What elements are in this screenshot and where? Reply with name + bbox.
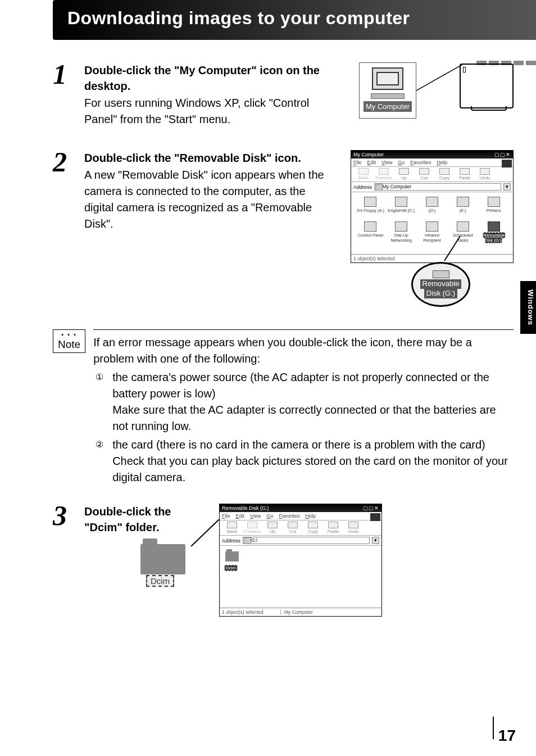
step-number: 3 — [53, 504, 73, 528]
status-bar: 1 object(s) selected — [351, 254, 513, 262]
step-3-instruction: Double-click the "Dcim" folder. — [84, 504, 197, 535]
icon-label: My Computer — [364, 101, 412, 112]
windows-logo-icon — [502, 160, 512, 168]
step-2: 2 Double-click the "Removable Disk" icon… — [53, 150, 514, 307]
folder-label: Dcim — [146, 575, 174, 587]
note-intro: If an error message appears when you dou… — [93, 334, 514, 367]
window-toolbar: Back Forward Up Cut Copy Paste Undo — [220, 520, 381, 536]
callout-line — [416, 64, 462, 92]
note-item-2: ② the card (there is no card in the came… — [93, 437, 514, 486]
page-title: Downloading images to your computer — [67, 8, 521, 29]
step-1-text: For users running Windows XP, click "Con… — [84, 95, 343, 128]
computer-icon — [372, 67, 403, 90]
figure-my-computer-icon: My Computer — [359, 62, 514, 119]
step-2-text: A new "Removable Disk" icon appears when… — [84, 167, 335, 232]
monitor-illustration — [460, 64, 514, 108]
note-item-1: ① the camera's power source (the AC adap… — [93, 369, 514, 434]
address-bar: Address My Computer ▾ — [351, 182, 513, 192]
step-1: 1 Double-click the "My Computer" icon on… — [53, 62, 514, 128]
removable-disk-icon: Removable Disk (G:) — [479, 221, 508, 248]
address-bar: Address G:\ ▾ — [220, 536, 381, 546]
page-number: 17 — [498, 727, 516, 745]
folder-icon — [140, 544, 185, 574]
window-icon-grid: 3½ Floppy (A:) English98 (C:) (D:) (E:) … — [351, 192, 513, 254]
step-2-instruction: Double-click the "Removable Disk" icon. — [84, 150, 335, 166]
window-titlebar: My Computer▢▢✕ — [351, 151, 513, 159]
note-label-box: Note — [53, 329, 85, 353]
callout-bubble: Removable Disk (G:) — [411, 262, 470, 307]
window-menubar: File Edit View Go Favorites Help — [351, 159, 513, 167]
windows-logo-icon — [370, 513, 380, 521]
step-1-instruction: Double-click the "My Computer" icon on t… — [84, 62, 343, 94]
window-my-computer: My Computer▢▢✕ File Edit View Go Favorit… — [351, 150, 514, 263]
status-bar: 1 object(s) selected My Computer — [220, 608, 381, 616]
step-number: 1 — [53, 62, 73, 87]
side-tab-windows: Windows — [520, 281, 536, 334]
step-number: 2 — [53, 150, 73, 174]
dcim-folder-icon — [225, 551, 239, 562]
page-header-bar: Downloading images to your computer — [53, 0, 536, 40]
removable-disk-callout: Removable Disk (G:) — [351, 262, 514, 307]
window-titlebar: Removable Disk (G:)▢▢✕ — [220, 504, 381, 512]
note-section: Note If an error message appears when yo… — [53, 329, 536, 488]
figure-my-computer-window: My Computer▢▢✕ File Edit View Go Favorit… — [351, 150, 514, 307]
dcim-folder-callout: Dcim — [140, 544, 185, 574]
drive-icon — [433, 270, 449, 278]
window-removable-disk: Removable Disk (G:)▢▢✕ File Edit View Go… — [219, 504, 382, 617]
window-menubar: File Edit View Go Favorites Help — [220, 512, 381, 520]
step-3: 3 Double-click the "Dcim" folder. Dcim R… — [53, 504, 514, 617]
window-toolbar: Back Forward Up Cut Copy Paste Undo — [351, 167, 513, 182]
